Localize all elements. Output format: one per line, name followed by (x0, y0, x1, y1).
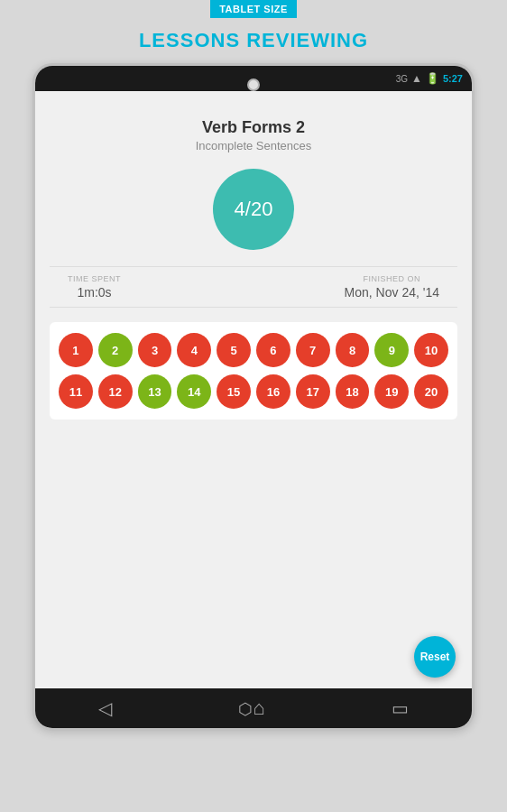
status-icons: 3G ▲ 🔋 5:27 (396, 72, 463, 85)
reset-button[interactable]: Reset (414, 636, 456, 678)
number-circle-1[interactable]: 1 (59, 333, 93, 367)
finished-on-stat: FINISHED ON Mon, Nov 24, '14 (345, 274, 439, 300)
time-spent-stat: TIME SPENT 1m:0s (68, 274, 121, 300)
number-circle-6[interactable]: 6 (256, 333, 290, 367)
tablet-camera-icon (247, 78, 260, 91)
nav-back-icon[interactable] (98, 697, 112, 719)
lesson-subtitle: Incomplete Sentences (196, 139, 312, 152)
number-circle-18[interactable]: 18 (336, 374, 370, 409)
number-circle-10[interactable]: 10 (414, 333, 448, 367)
stats-row: TIME SPENT 1m:0s FINISHED ON Mon, Nov 24… (50, 266, 457, 308)
number-circle-3[interactable]: 3 (138, 333, 172, 367)
numbers-row-1: 12345678910 (59, 333, 448, 367)
number-circle-16[interactable]: 16 (256, 374, 290, 409)
signal-icon: ▲ (411, 72, 422, 85)
number-circle-5[interactable]: 5 (217, 333, 251, 367)
number-circle-12[interactable]: 12 (98, 374, 133, 409)
progress-circle: 4/20 (213, 169, 294, 250)
finished-on-value: Mon, Nov 24, '14 (345, 285, 439, 300)
number-circle-9[interactable]: 9 (374, 333, 409, 367)
numbers-grid: 12345678910 11121314151617181920 (50, 322, 457, 420)
number-circle-4[interactable]: 4 (177, 333, 211, 367)
number-circle-8[interactable]: 8 (336, 333, 370, 367)
time-display: 5:27 (443, 73, 463, 84)
nav-home-icon[interactable]: ⌂ (238, 697, 264, 720)
number-circle-19[interactable]: 19 (374, 374, 409, 409)
page-title: LESSONS REVIEWING (139, 29, 368, 52)
progress-text: 4/20 (235, 198, 273, 221)
finished-on-label: FINISHED ON (364, 274, 421, 283)
lesson-title: Verb Forms 2 (202, 118, 305, 137)
number-circle-13[interactable]: 13 (138, 374, 172, 409)
number-circle-15[interactable]: 15 (217, 374, 251, 409)
number-circle-2[interactable]: 2 (98, 333, 133, 367)
numbers-row-2: 11121314151617181920 (59, 374, 448, 409)
number-circle-14[interactable]: 14 (177, 374, 211, 409)
number-circle-7[interactable]: 7 (296, 333, 330, 367)
number-circle-11[interactable]: 11 (59, 374, 93, 409)
number-circle-20[interactable]: 20 (414, 374, 448, 409)
bottom-nav: ⌂ (35, 688, 472, 728)
battery-icon: 🔋 (426, 72, 439, 85)
tablet-size-badge: TABLET SIZE (210, 0, 297, 18)
nav-recent-icon[interactable] (392, 697, 409, 719)
time-spent-value: 1m:0s (77, 285, 111, 300)
network-indicator: 3G (396, 74, 408, 84)
time-spent-label: TIME SPENT (68, 274, 121, 283)
tablet-content-area: Verb Forms 2 Incomplete Sentences 4/20 T… (35, 91, 472, 688)
number-circle-17[interactable]: 17 (296, 374, 330, 409)
tablet-frame: 3G ▲ 🔋 5:27 Verb Forms 2 Incomplete Sent… (32, 63, 475, 731)
